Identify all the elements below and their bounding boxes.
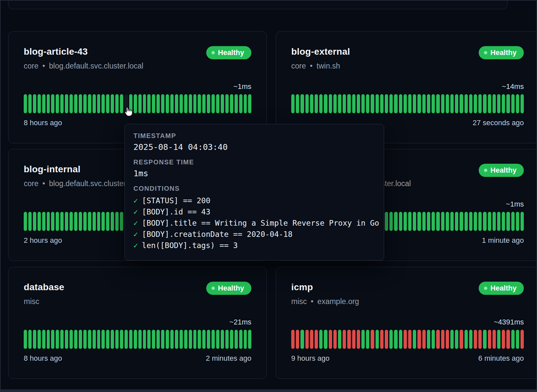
uptime-bar[interactable] — [42, 212, 45, 231]
uptime-bar[interactable] — [152, 330, 155, 349]
uptime-bar[interactable] — [60, 212, 64, 231]
uptime-bar[interactable] — [357, 330, 360, 349]
uptime-bar[interactable] — [408, 330, 411, 349]
uptime-bar[interactable] — [502, 94, 505, 113]
uptime-bar[interactable] — [38, 330, 41, 349]
uptime-bar[interactable] — [33, 212, 36, 231]
uptime-bar[interactable] — [193, 330, 197, 349]
uptime-bar[interactable] — [474, 94, 477, 113]
uptime-bar[interactable] — [436, 212, 439, 231]
uptime-bar[interactable] — [134, 330, 137, 349]
uptime-bar[interactable] — [147, 94, 151, 113]
uptime-bar[interactable] — [180, 94, 183, 113]
uptime-bar[interactable] — [24, 330, 27, 349]
uptime-bar[interactable] — [315, 94, 318, 113]
uptime-bar[interactable] — [310, 94, 313, 113]
uptime-bar[interactable] — [361, 330, 365, 349]
uptime-bar[interactable] — [441, 212, 444, 231]
uptime-bar[interactable] — [441, 330, 444, 349]
uptime-bar[interactable] — [106, 94, 109, 113]
uptime-bar[interactable] — [389, 94, 393, 113]
uptime-bar[interactable] — [221, 330, 224, 349]
uptime-bar[interactable] — [465, 212, 468, 231]
uptime-bar[interactable] — [394, 212, 397, 231]
uptime-bar[interactable] — [60, 330, 64, 349]
uptime-bar[interactable] — [488, 330, 491, 349]
uptime-bar[interactable] — [427, 94, 430, 113]
uptime-bar[interactable] — [474, 330, 477, 349]
uptime-bar[interactable] — [455, 330, 458, 349]
uptime-bar[interactable] — [380, 330, 383, 349]
uptime-bar[interactable] — [516, 330, 519, 349]
uptime-bar[interactable] — [166, 330, 169, 349]
uptime-bar[interactable] — [385, 212, 388, 231]
uptime-bar[interactable] — [65, 212, 68, 231]
uptime-bar[interactable] — [343, 94, 346, 113]
uptime-bar[interactable] — [129, 330, 132, 349]
uptime-bar[interactable] — [244, 94, 247, 113]
uptime-bar[interactable] — [143, 330, 146, 349]
uptime-bar[interactable] — [97, 330, 100, 349]
uptime-bar[interactable] — [83, 330, 87, 349]
uptime-bar[interactable] — [216, 330, 219, 349]
uptime-bar[interactable] — [371, 330, 374, 349]
uptime-bar[interactable] — [88, 212, 91, 231]
uptime-bar[interactable] — [469, 212, 472, 231]
uptime-bar[interactable] — [380, 94, 383, 113]
uptime-bar[interactable] — [28, 330, 32, 349]
uptime-bar[interactable] — [376, 94, 379, 113]
uptime-bar[interactable] — [465, 330, 468, 349]
uptime-bar[interactable] — [333, 330, 337, 349]
uptime-bar[interactable] — [366, 94, 369, 113]
uptime-bar[interactable] — [101, 212, 105, 231]
uptime-bar[interactable] — [138, 330, 142, 349]
uptime-bar[interactable] — [455, 212, 458, 231]
uptime-bar[interactable] — [38, 212, 41, 231]
uptime-bar[interactable] — [56, 94, 59, 113]
uptime-bar[interactable] — [56, 330, 59, 349]
uptime-bar[interactable] — [404, 94, 407, 113]
uptime-bar[interactable] — [305, 330, 309, 349]
uptime-bar[interactable] — [79, 212, 82, 231]
uptime-bar[interactable] — [300, 94, 304, 113]
uptime-bar[interactable] — [483, 330, 486, 349]
uptime-bar[interactable] — [422, 330, 426, 349]
uptime-bar[interactable] — [225, 94, 229, 113]
uptime-bar-chart[interactable] — [24, 94, 251, 113]
uptime-bar[interactable] — [230, 330, 233, 349]
uptime-bar[interactable] — [478, 212, 482, 231]
uptime-bar[interactable] — [125, 330, 128, 349]
uptime-bar[interactable] — [352, 330, 355, 349]
uptime-bar[interactable] — [24, 94, 27, 113]
uptime-bar[interactable] — [497, 94, 500, 113]
uptime-bar[interactable] — [417, 330, 421, 349]
uptime-bar[interactable] — [28, 212, 32, 231]
uptime-bar[interactable] — [166, 94, 169, 113]
uptime-bar[interactable] — [310, 330, 313, 349]
uptime-bar[interactable] — [93, 212, 96, 231]
uptime-bar[interactable] — [111, 94, 114, 113]
uptime-bar[interactable] — [511, 212, 515, 231]
uptime-bar[interactable] — [239, 330, 242, 349]
uptime-bar[interactable] — [152, 94, 155, 113]
uptime-bar[interactable] — [338, 330, 341, 349]
uptime-bar[interactable] — [138, 94, 142, 113]
uptime-bar[interactable] — [101, 94, 105, 113]
uptime-bar[interactable] — [404, 212, 407, 231]
uptime-bar[interactable] — [455, 94, 458, 113]
uptime-bar[interactable] — [324, 94, 327, 113]
uptime-bar[interactable] — [221, 94, 224, 113]
uptime-bar-chart[interactable] — [24, 330, 251, 349]
uptime-bar[interactable] — [521, 94, 524, 113]
uptime-bar[interactable] — [493, 330, 496, 349]
uptime-bar[interactable] — [347, 330, 351, 349]
uptime-bar[interactable] — [120, 330, 123, 349]
uptime-bar[interactable] — [333, 94, 337, 113]
uptime-bar[interactable] — [51, 94, 54, 113]
uptime-bar[interactable] — [47, 330, 50, 349]
uptime-bar[interactable] — [244, 330, 247, 349]
uptime-bar[interactable] — [506, 94, 510, 113]
uptime-bar[interactable] — [521, 212, 524, 231]
uptime-bar[interactable] — [502, 330, 505, 349]
uptime-bar[interactable] — [291, 330, 295, 349]
